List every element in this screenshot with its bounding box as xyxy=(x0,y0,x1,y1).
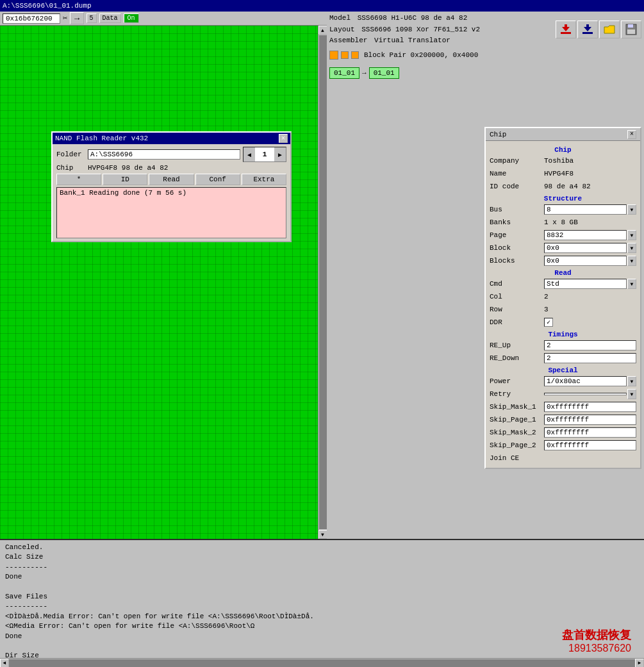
power-value: 1/0x80ac xyxy=(544,376,627,386)
chip-value: HVPG4F8 98 de a4 82 xyxy=(88,164,168,172)
star-btn[interactable]: * xyxy=(56,174,101,185)
right-icon-buttons xyxy=(556,13,641,47)
nand-close-btn[interactable]: × xyxy=(279,134,288,143)
page-num-btn[interactable]: 5 xyxy=(87,13,97,23)
skip-mask1-label: Skip_Mask_1 xyxy=(490,403,544,411)
layout-row: Layout SSS6696 1098 Xor 7F61_512 v2 xyxy=(329,24,550,36)
cmd-dropdown[interactable]: ▼ xyxy=(627,279,636,289)
company-value: Toshiba xyxy=(544,157,636,165)
blocks-label: Blocks xyxy=(490,257,544,265)
page-number: 1 xyxy=(255,151,274,158)
nand-folder-row: Folder ◄ 1 ► xyxy=(56,147,286,162)
log-content: Canceled. Calc Size ---------- Done Save… xyxy=(5,543,639,667)
scroll-down-btn[interactable]: ▼ xyxy=(318,530,327,539)
extra-btn[interactable]: Extra xyxy=(242,174,286,185)
on-btn[interactable]: On xyxy=(124,13,139,23)
block-dropdown[interactable]: ▼ xyxy=(627,243,636,253)
block-labels: 01_01 → 01_01 xyxy=(327,62,644,84)
model-value: SSS6698 H1-U6C 98 de a4 82 xyxy=(358,14,468,22)
h-scrollbar[interactable]: ◄ ► xyxy=(0,658,644,667)
blocks-value: 0x0 xyxy=(544,256,627,266)
bus-dropdown[interactable]: ▼ xyxy=(627,204,636,215)
nand-chip-row: Chip HVPG4F8 98 de a4 82 xyxy=(56,164,286,172)
banks-label: Banks xyxy=(490,218,544,226)
page-next-btn[interactable]: ► xyxy=(274,147,286,161)
skip-page2-label: Skip_Page_2 xyxy=(490,441,544,449)
cmd-row: Cmd Std ▼ xyxy=(490,278,636,290)
skip-page1-label: Skip_Page_1 xyxy=(490,416,544,424)
scroll-up-btn[interactable]: ▲ xyxy=(318,26,327,35)
ddr-checkbox[interactable]: ✓ xyxy=(544,318,553,327)
id-btn[interactable]: ID xyxy=(103,174,147,185)
nand-status-text: Bank_1 Reading done (7 m 56 s) xyxy=(60,189,186,197)
title-text: A:\SSS6696\01_01.dump xyxy=(3,2,92,10)
name-label: Name xyxy=(490,170,544,177)
svg-rect-5 xyxy=(586,24,589,28)
grid-scrollbar[interactable]: ▲ ▼ xyxy=(318,26,327,539)
bus-row: Bus 8 ▼ xyxy=(490,204,636,215)
svg-rect-8 xyxy=(627,29,635,34)
nav-arrow-btn[interactable]: → xyxy=(70,12,83,24)
block-label-chip: Block xyxy=(490,244,544,252)
page-dropdown[interactable]: ▼ xyxy=(627,230,636,240)
nand-titlebar: NAND Flash Reader v432 × xyxy=(53,133,290,144)
page-prev-btn[interactable]: ◄ xyxy=(244,147,255,161)
retry-row: Retry ▼ xyxy=(490,388,636,400)
top-section: 0x16b676200 ✂ → 5 Data On ▲ ▼ xyxy=(0,12,644,539)
layout-label: Layout xyxy=(329,26,355,33)
nand-status: Bank_1 Reading done (7 m 56 s) xyxy=(56,187,286,238)
chip-dialog-title: Chip xyxy=(490,131,506,138)
watermark-company: 盘首数据恢复 xyxy=(562,627,631,643)
watermark: 盘首数据恢复 18913587620 xyxy=(562,627,631,654)
folder-btn[interactable] xyxy=(599,21,620,38)
left-panel: 0x16b676200 ✂ → 5 Data On ▲ ▼ xyxy=(0,12,327,539)
ddr-row: DDR ✓ xyxy=(490,317,636,328)
right-top-bar: Model SSS6698 H1-U6C 98 de a4 82 Layout … xyxy=(327,12,644,48)
blocks-dropdown[interactable]: ▼ xyxy=(627,256,636,266)
power-dropdown[interactable]: ▼ xyxy=(627,376,636,386)
block-label-1: 01_01 xyxy=(329,67,359,79)
nand-title: NAND Flash Reader v432 xyxy=(55,135,148,142)
bus-value: 8 xyxy=(544,204,627,215)
skip-mask1-value: 0xffffffff xyxy=(544,402,636,412)
download-btn-1[interactable] xyxy=(556,21,576,38)
re-up-row: RE_Up 2 xyxy=(490,340,636,351)
read-btn[interactable]: Read xyxy=(149,174,194,185)
retry-dropdown[interactable]: ▼ xyxy=(627,389,636,399)
data-btn[interactable]: Data xyxy=(99,13,121,23)
retry-label: Retry xyxy=(490,390,544,398)
nand-dialog: NAND Flash Reader v432 × Folder ◄ 1 xyxy=(51,131,292,242)
chip-body: Chip Company Toshiba Name HVPG4F8 ID cod… xyxy=(486,141,640,468)
download-btn-2[interactable] xyxy=(577,21,598,38)
second-toolbar: Block Pair 0x200000, 0x4000 xyxy=(327,48,644,62)
chip-close-btn[interactable]: × xyxy=(627,130,636,139)
indicator-1 xyxy=(329,51,338,60)
company-label: Company xyxy=(490,157,544,165)
re-up-value: 2 xyxy=(544,340,636,350)
folder-input[interactable] xyxy=(88,149,240,160)
watermark-phone: 18913587620 xyxy=(562,643,631,654)
block-label-2: 01_01 xyxy=(369,67,399,79)
read-section-header: Read xyxy=(490,269,636,277)
nand-body: Folder ◄ 1 ► Chip HVPG4F8 xyxy=(53,144,290,241)
folder-label: Folder xyxy=(56,151,85,158)
re-down-value: 2 xyxy=(544,353,636,363)
name-value: HVPG4F8 xyxy=(544,170,636,177)
re-down-label: RE_Down xyxy=(490,354,544,362)
h-scroll-right-btn[interactable]: ► xyxy=(635,659,644,668)
h-scroll-left-btn[interactable]: ◄ xyxy=(0,659,9,668)
page-counter: ◄ 1 ► xyxy=(243,147,286,162)
banks-row: Banks 1 x 8 GB xyxy=(490,217,636,228)
id-code-label: ID code xyxy=(490,183,544,190)
chip-dialog: Chip × Chip Company Toshiba Name HVPG4F8 xyxy=(484,127,641,469)
skip-page1-row: Skip_Page_1 0xffffffff xyxy=(490,414,636,425)
layout-value: SSS6696 1098 Xor 7F61_512 v2 xyxy=(361,26,480,33)
save-btn[interactable] xyxy=(621,21,641,38)
block-row: Block 0x0 ▼ xyxy=(490,242,636,254)
skip-mask2-value: 0xffffffff xyxy=(544,427,636,438)
conf-btn[interactable]: Conf xyxy=(195,174,240,185)
banks-value: 1 x 8 GB xyxy=(544,218,636,226)
chip-label: Chip xyxy=(56,164,85,172)
assembler-value: Virtual Translator xyxy=(374,37,450,44)
row-row: Row 3 xyxy=(490,304,636,315)
